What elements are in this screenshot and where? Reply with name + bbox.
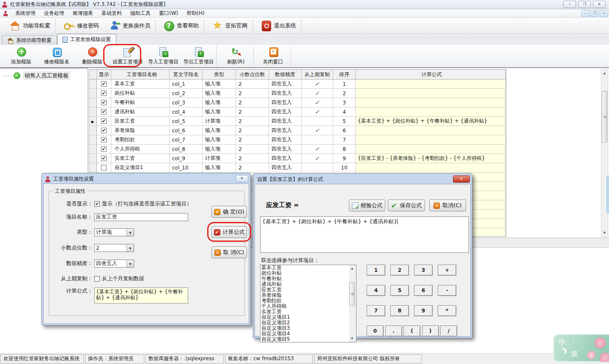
toolbar-button[interactable]: 亚拓官网 [207,19,253,33]
menu-item[interactable]: 窗口(W) [155,9,182,17]
numpad-key[interactable]: 2 [390,265,409,276]
formula-textarea[interactable]: {基本工资} + {岗位补贴} + {午餐补贴} + {通讯补贴} [94,287,188,304]
moon-icon[interactable] [559,349,565,355]
scrollbar-thumb[interactable] [349,282,355,306]
close-button[interactable]: ✕ [593,1,606,8]
tree-item-sales-template[interactable]: 销售人员工资模板 [3,71,88,80]
minimize-button[interactable]: ─ [563,1,576,8]
show-checkbox[interactable] [101,156,107,161]
show-cell[interactable] [97,117,111,126]
show-cell[interactable] [97,98,111,107]
numpad-key[interactable]: / [440,326,457,337]
show-checkbox[interactable] [101,137,107,142]
save-formula-button[interactable]: 保存公式 [388,200,425,211]
dialog-title-bar[interactable]: 设置【应发工资】的计算公式 ✕ [255,175,471,184]
menu-item[interactable]: 业务处理 [40,9,69,17]
menu-item[interactable]: 账簿报表 [69,9,97,17]
formula-editor[interactable]: {基本工资} + {岗位补贴} + {午餐补贴} + {通讯补贴} [260,216,469,253]
numpad-key[interactable]: 3 [414,265,433,276]
show-cell[interactable] [97,126,111,135]
show-checkbox[interactable] [94,201,100,207]
column-header[interactable]: 数据精度 [269,70,302,79]
column-header[interactable]: 小数点位数 [236,70,269,79]
show-cell[interactable] [97,89,111,98]
show-checkbox[interactable] [101,146,107,152]
scroll-down-icon[interactable]: ▼ [601,230,608,236]
ime-chinese-indicator[interactable]: 中 [559,337,566,347]
menu-item[interactable]: 帮助(H) [182,9,208,17]
show-cell[interactable] [97,79,111,89]
table-row[interactable]: 应发工资 col_5 计算项 2 四舍五入 5 {基本工资} + {岗位补贴} … [89,117,506,126]
column-header[interactable]: 类型 [203,70,236,79]
scroll-down-icon[interactable]: ▼ [349,335,355,342]
numpad-key[interactable]: - [438,285,456,296]
toolbar-button[interactable]: 导出工资项目 [181,46,217,67]
numpad-key[interactable]: + [438,265,456,276]
mdi-close-button[interactable]: ✕ [600,10,608,17]
column-header[interactable]: 显示 [97,70,111,79]
numpad-key[interactable]: 4 [367,285,385,296]
table-row[interactable]: 岗位补贴 col_2 输入项 2 四舍五入 2 [89,89,506,98]
ime-simplified-indicator[interactable]: 简 [571,349,578,359]
show-cell[interactable] [97,135,111,145]
toolbar-button[interactable]: 刷新(R) [218,46,254,67]
table-row[interactable]: 午餐补贴 col_3 输入项 2 四舍五入 3 [89,98,506,107]
show-checkbox[interactable] [101,109,107,115]
chevron-down-icon[interactable] [126,229,134,236]
toolbar-button[interactable]: 添加模版 [3,46,39,67]
numpad-key[interactable]: 7 [367,305,385,316]
verify-formula-button[interactable]: 校验公式 [349,200,385,211]
show-cell[interactable] [97,107,111,117]
decimals-select[interactable]: 2 [94,244,134,252]
toolbar-button[interactable]: 退出系统 [255,19,302,33]
numpad-key[interactable]: * [438,305,456,316]
table-row[interactable]: 考勤扣款 col_7 输入项 2 四舍五入 7 [89,135,506,145]
calc-items-listbox[interactable]: 基本工资 岗位补贴 午餐补贴 通讯补贴 应发工资 养老保险 考勤扣款 个人所得税… [260,265,357,342]
scrollbar-thumb[interactable] [602,91,607,142]
dialog-title-bar[interactable]: 工资项目属性设置 ✕ [43,175,249,183]
show-cell[interactable] [97,145,111,154]
tab-salary-template-settings[interactable]: 工资发放模版设置 [57,34,116,45]
cancel-button[interactable]: 取 消(C) [211,246,247,258]
toolbar-button[interactable]: 查看帮助 [158,19,204,33]
show-checkbox[interactable] [101,118,107,124]
show-checkbox[interactable] [101,90,107,96]
numpad-key[interactable]: ( [403,326,420,337]
listbox-scrollbar[interactable]: ▲ ▼ [349,265,356,342]
table-row[interactable]: 个人所得税 col_8 输入项 2 四舍五入 8 [89,145,506,154]
toolbar-button[interactable]: 导入工资项目 [145,46,181,67]
numpad-key[interactable]: 6 [414,285,433,296]
ime-punctuation-indicator[interactable]: ； [571,337,576,344]
precision-select[interactable]: 四舍五入 [94,260,134,268]
numpad-key[interactable]: 0 [367,326,384,337]
toolbar-button[interactable]: 功能导航窗 [4,19,56,33]
chevron-down-icon[interactable] [126,260,134,267]
menu-item[interactable]: 系统管理 [11,9,40,17]
table-row[interactable]: 自定义项目1 col_10 输入项 2 四舍五入 10 [89,163,506,172]
table-row[interactable]: 实发工资 col_9 计算项 2 四舍五入 9 {应发工资} - {养老保险} … [89,154,506,163]
column-header[interactable]: 英文字段名 [170,70,203,79]
scroll-up-icon[interactable]: ▲ [349,265,355,272]
scroll-up-icon[interactable]: ▲ [601,70,608,77]
numpad-key[interactable]: 9 [414,305,433,316]
input-method-widget[interactable]: 中 ； 简 [553,334,609,362]
show-checkbox[interactable] [101,165,107,170]
dialog-close-button[interactable]: ✕ [453,175,470,183]
numpad-key[interactable]: 8 [390,305,409,316]
show-checkbox[interactable] [101,100,107,105]
column-header[interactable]: 工资项目名称 [111,70,170,79]
numpad-key[interactable]: . [385,326,402,337]
show-cell[interactable] [97,154,111,163]
column-header[interactable]: 排序 [333,70,356,79]
ok-button[interactable]: 确 定(O) [211,206,247,218]
type-select[interactable]: 计算项 [94,228,134,236]
cancel-button[interactable]: 取消(C) [429,200,466,211]
numpad-key[interactable]: 5 [390,285,409,296]
table-row[interactable]: 养老保险 col_6 输入项 2 四舍五入 6 [89,126,506,135]
table-row[interactable]: 通讯补贴 col_4 输入项 2 四舍五入 4 [89,107,506,117]
toolbar-button[interactable]: 修改密码 [58,19,104,33]
toolbar-button[interactable]: 更换操作员 [104,19,156,33]
menu-item[interactable]: 基础资料 [97,9,126,17]
show-cell[interactable] [97,163,111,172]
show-checkbox[interactable] [101,81,107,87]
